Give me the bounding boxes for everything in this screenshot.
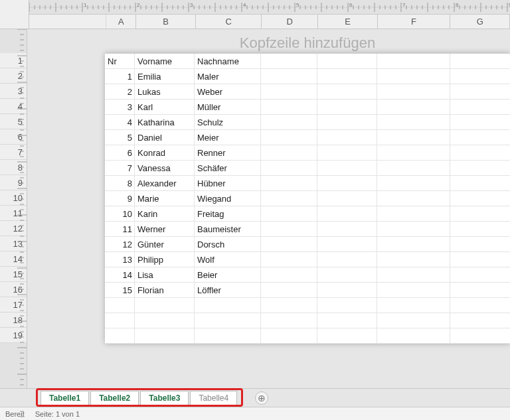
cell[interactable]	[377, 130, 450, 145]
cell[interactable]: Schulz	[195, 115, 261, 130]
table-row[interactable]: 2LukasWeber	[105, 84, 510, 100]
column-header-d[interactable]: D	[262, 15, 318, 29]
cell[interactable]: Karl	[135, 100, 195, 115]
cell[interactable]: Lisa	[135, 267, 195, 283]
cell[interactable]	[450, 84, 510, 100]
table-row[interactable]: NrVornameNachname	[105, 54, 510, 69]
cell[interactable]	[377, 206, 450, 222]
cell[interactable]: Baumeister	[195, 222, 261, 237]
cell[interactable]: 6	[105, 145, 135, 161]
cell[interactable]	[261, 130, 317, 145]
page-header-placeholder[interactable]: Kopfzeile hinzufügen	[27, 29, 510, 53]
cell[interactable]	[317, 69, 377, 84]
cell[interactable]: Lukas	[135, 84, 195, 100]
cell[interactable]: Nachname	[195, 54, 261, 69]
cell[interactable]: Karin	[135, 206, 195, 222]
cell[interactable]: Dorsch	[195, 237, 261, 252]
cell[interactable]	[450, 176, 510, 191]
cell[interactable]	[105, 298, 135, 313]
cell[interactable]: 15	[105, 283, 135, 298]
cell[interactable]	[135, 328, 195, 344]
cell[interactable]: 12	[105, 237, 135, 252]
table-row[interactable]: 9MarieWiegand	[105, 191, 510, 206]
cell[interactable]	[195, 328, 261, 344]
cell[interactable]	[377, 328, 450, 344]
table-row[interactable]	[105, 313, 510, 328]
cell[interactable]: 7	[105, 161, 135, 176]
cell[interactable]	[317, 283, 377, 298]
table-row[interactable]: 8AlexanderHübner	[105, 176, 510, 191]
cell[interactable]	[377, 100, 450, 115]
cell[interactable]	[377, 298, 450, 313]
table-row[interactable]: 3KarlMüller	[105, 100, 510, 115]
cell[interactable]	[261, 115, 317, 130]
cell[interactable]: 13	[105, 252, 135, 267]
cell[interactable]	[317, 54, 377, 69]
table-row[interactable]: 5DanielMeier	[105, 130, 510, 145]
cell[interactable]	[377, 237, 450, 252]
cell[interactable]	[317, 252, 377, 267]
table-row[interactable]: 7VanessaSchäfer	[105, 161, 510, 176]
cell[interactable]	[261, 267, 317, 283]
cell[interactable]	[261, 100, 317, 115]
table-row[interactable]: 12GünterDorsch	[105, 237, 510, 252]
cell[interactable]	[377, 69, 450, 84]
cell[interactable]: Hübner	[195, 176, 261, 191]
cell[interactable]: Günter	[135, 237, 195, 252]
cell[interactable]: Vanessa	[135, 161, 195, 176]
cell[interactable]	[195, 298, 261, 313]
cell[interactable]	[105, 328, 135, 344]
cell[interactable]	[195, 313, 261, 328]
cell[interactable]	[450, 206, 510, 222]
select-all-corner[interactable]	[0, 0, 29, 15]
cell[interactable]	[377, 222, 450, 237]
cell[interactable]: Weber	[195, 84, 261, 100]
cell[interactable]	[450, 313, 510, 328]
cell[interactable]	[317, 267, 377, 283]
cell[interactable]	[317, 115, 377, 130]
table-row[interactable]: 1EmiliaMaler	[105, 69, 510, 84]
cell[interactable]: Philipp	[135, 252, 195, 267]
cell[interactable]	[261, 206, 317, 222]
cell[interactable]	[450, 100, 510, 115]
cell[interactable]	[261, 54, 317, 69]
cell[interactable]	[261, 145, 317, 161]
cell[interactable]	[377, 252, 450, 267]
cell[interactable]: Müller	[195, 100, 261, 115]
cell[interactable]	[450, 267, 510, 283]
cell[interactable]	[261, 84, 317, 100]
column-header-a[interactable]: A	[106, 15, 136, 29]
cell[interactable]	[317, 298, 377, 313]
cell[interactable]	[261, 313, 317, 328]
sheet-tab-2[interactable]: Tabelle2	[90, 391, 139, 405]
sheet-tab-3[interactable]: Tabelle3	[140, 391, 189, 405]
cell[interactable]: 4	[105, 115, 135, 130]
column-header-c[interactable]: C	[196, 15, 262, 29]
cell[interactable]	[450, 283, 510, 298]
table-row[interactable]: 13PhilippWolf	[105, 252, 510, 267]
cell[interactable]	[377, 115, 450, 130]
worksheet-page[interactable]: NrVornameNachname1EmiliaMaler2LukasWeber…	[105, 53, 510, 344]
column-header-b[interactable]: B	[136, 15, 196, 29]
cell[interactable]	[317, 84, 377, 100]
cell[interactable]	[450, 328, 510, 344]
cell[interactable]	[377, 161, 450, 176]
cell[interactable]	[261, 328, 317, 344]
table-row[interactable]	[105, 298, 510, 313]
cell[interactable]	[377, 54, 450, 69]
cell[interactable]: Wiegand	[195, 191, 261, 206]
cell[interactable]: Konrad	[135, 145, 195, 161]
cell[interactable]	[317, 328, 377, 344]
cell[interactable]	[377, 267, 450, 283]
cell[interactable]: 11	[105, 222, 135, 237]
cell[interactable]	[317, 161, 377, 176]
cell[interactable]	[377, 145, 450, 161]
table-row[interactable]: 10KarinFreitag	[105, 206, 510, 222]
cell[interactable]	[450, 252, 510, 267]
cell[interactable]	[450, 298, 510, 313]
cell[interactable]	[135, 298, 195, 313]
cell[interactable]	[261, 69, 317, 84]
cell[interactable]	[450, 145, 510, 161]
cell[interactable]	[317, 191, 377, 206]
cell[interactable]: Emilia	[135, 69, 195, 84]
